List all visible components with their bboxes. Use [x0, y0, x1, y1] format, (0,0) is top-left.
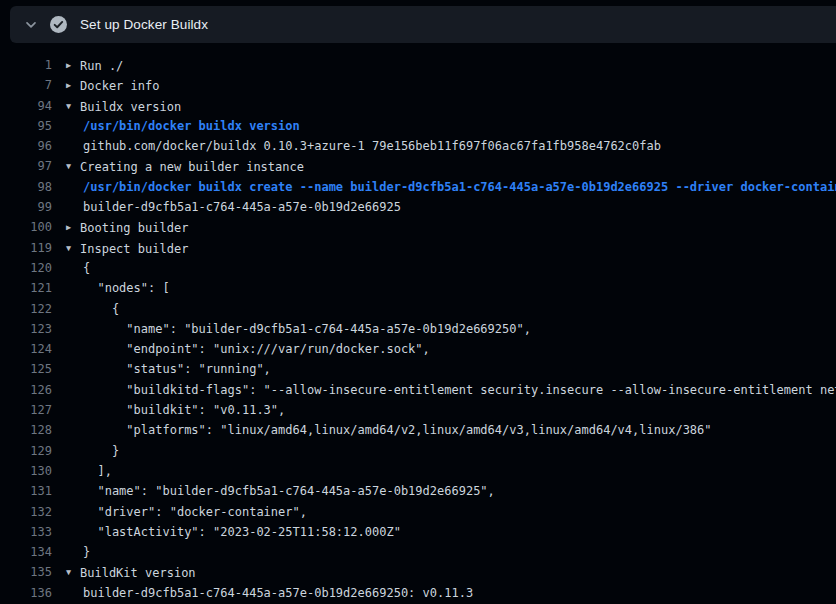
group-collapsed-icon[interactable]: ▶ [66, 217, 80, 237]
log-line-text: } [83, 545, 90, 559]
line-number[interactable]: 127 [0, 400, 52, 420]
line-number[interactable]: 122 [0, 299, 52, 319]
group-expanded-icon[interactable]: ▼ [66, 562, 80, 582]
line-number[interactable]: 126 [0, 380, 52, 400]
log-viewer: 1▶Run ./7▶Docker info94▼Buildx version95… [0, 55, 836, 603]
log-line-text: "driver": "docker-container", [83, 505, 307, 519]
line-number[interactable]: 129 [0, 441, 52, 461]
line-number[interactable]: 94 [0, 96, 52, 116]
log-line: 126 "buildkitd-flags": "--allow-insecure… [0, 380, 836, 400]
log-line-text: "buildkitd-flags": "--allow-insecure-ent… [83, 383, 836, 397]
log-line: 135▼BuildKit version [0, 562, 836, 582]
log-line-text: "status": "running", [83, 362, 271, 376]
line-number[interactable]: 95 [0, 116, 52, 136]
line-number[interactable]: 98 [0, 177, 52, 197]
log-line-text: "nodes": [ [83, 281, 170, 295]
line-number[interactable]: 96 [0, 136, 52, 156]
log-line-text: /usr/bin/docker buildx version [83, 119, 300, 133]
log-text: builder-d9cfb5a1-c764-445a-a57e-0b19d2e6… [52, 583, 473, 603]
log-line-text: github.com/docker/buildx 0.10.3+azure-1 … [83, 139, 661, 153]
log-line: 133 "lastActivity": "2023-02-25T11:58:12… [0, 522, 836, 542]
log-line: 1▶Run ./ [0, 55, 836, 75]
line-number[interactable]: 131 [0, 481, 52, 501]
log-line-text: ], [83, 464, 112, 478]
log-text: { [52, 299, 119, 319]
log-text: "name": "builder-d9cfb5a1-c764-445a-a57e… [52, 481, 495, 501]
log-text: github.com/docker/buildx 0.10.3+azure-1 … [52, 136, 661, 156]
log-group-header[interactable]: ▼BuildKit version [52, 562, 196, 582]
log-line: 125 "status": "running", [0, 359, 836, 379]
line-number[interactable]: 128 [0, 420, 52, 440]
group-collapsed-icon[interactable]: ▶ [66, 55, 80, 75]
log-text: } [52, 441, 119, 461]
line-number[interactable]: 134 [0, 542, 52, 562]
group-collapsed-icon[interactable]: ▶ [66, 75, 80, 95]
log-text: ], [52, 461, 112, 481]
log-text: "status": "running", [52, 359, 271, 379]
log-line-text: Creating a new builder instance [80, 160, 304, 174]
chevron-down-icon[interactable] [24, 18, 38, 32]
log-line: 97▼Creating a new builder instance [0, 156, 836, 176]
log-text: { [52, 258, 90, 278]
log-line: 120{ [0, 258, 836, 278]
log-line-text: BuildKit version [80, 566, 196, 580]
log-text: "name": "builder-d9cfb5a1-c764-445a-a57e… [52, 319, 531, 339]
line-number[interactable]: 136 [0, 583, 52, 603]
log-line-text: { [83, 302, 119, 316]
line-number[interactable]: 100 [0, 217, 52, 237]
log-text: "lastActivity": "2023-02-25T11:58:12.000… [52, 522, 401, 542]
log-group-header[interactable]: ▶Docker info [52, 75, 159, 95]
log-text: "buildkit": "v0.11.3", [52, 400, 285, 420]
line-number[interactable]: 1 [0, 55, 52, 75]
line-number[interactable]: 121 [0, 278, 52, 298]
log-line: 122 { [0, 299, 836, 319]
line-number[interactable]: 97 [0, 156, 52, 176]
line-number[interactable]: 7 [0, 75, 52, 95]
log-line-text: builder-d9cfb5a1-c764-445a-a57e-0b19d2e6… [83, 200, 401, 214]
log-group-header[interactable]: ▶Booting builder [52, 217, 188, 237]
log-text: "driver": "docker-container", [52, 502, 307, 522]
log-line: 131 "name": "builder-d9cfb5a1-c764-445a-… [0, 481, 836, 501]
log-group-header[interactable]: ▼Inspect builder [52, 238, 188, 258]
log-line-text: "buildkit": "v0.11.3", [83, 403, 285, 417]
log-line: 134} [0, 542, 836, 562]
log-line: 123 "name": "builder-d9cfb5a1-c764-445a-… [0, 319, 836, 339]
log-text: "platforms": "linux/amd64,linux/amd64/v2… [52, 420, 712, 440]
log-line-text: /usr/bin/docker buildx create --name bui… [83, 180, 836, 194]
step-header-set-up-docker-buildx[interactable]: Set up Docker Buildx [10, 6, 836, 43]
log-line: 7▶Docker info [0, 75, 836, 95]
line-number[interactable]: 119 [0, 238, 52, 258]
log-line-text: Run ./ [80, 59, 123, 73]
line-number[interactable]: 130 [0, 461, 52, 481]
log-line-text: "platforms": "linux/amd64,linux/amd64/v2… [83, 423, 712, 437]
log-line: 100▶Booting builder [0, 217, 836, 237]
log-group-header[interactable]: ▼Creating a new builder instance [52, 156, 304, 176]
log-text: builder-d9cfb5a1-c764-445a-a57e-0b19d2e6… [52, 197, 401, 217]
log-line: 124 "endpoint": "unix:///var/run/docker.… [0, 339, 836, 359]
log-line: 94▼Buildx version [0, 96, 836, 116]
log-line: 121 "nodes": [ [0, 278, 836, 298]
group-expanded-icon[interactable]: ▼ [66, 238, 80, 258]
line-number[interactable]: 124 [0, 339, 52, 359]
line-number[interactable]: 135 [0, 562, 52, 582]
group-expanded-icon[interactable]: ▼ [66, 156, 80, 176]
line-number[interactable]: 133 [0, 522, 52, 542]
line-number[interactable]: 132 [0, 502, 52, 522]
line-number[interactable]: 125 [0, 359, 52, 379]
log-line-text: "name": "builder-d9cfb5a1-c764-445a-a57e… [83, 322, 531, 336]
log-line-text: Buildx version [80, 99, 181, 113]
log-line: 99builder-d9cfb5a1-c764-445a-a57e-0b19d2… [0, 197, 836, 217]
line-number[interactable]: 99 [0, 197, 52, 217]
log-group-header[interactable]: ▶Run ./ [52, 55, 123, 75]
log-line: 132 "driver": "docker-container", [0, 502, 836, 522]
log-group-header[interactable]: ▼Buildx version [52, 96, 181, 116]
line-number[interactable]: 120 [0, 258, 52, 278]
log-line-text: "name": "builder-d9cfb5a1-c764-445a-a57e… [83, 484, 495, 498]
log-line-text: } [83, 444, 119, 458]
group-expanded-icon[interactable]: ▼ [66, 96, 80, 116]
log-line: 98/usr/bin/docker buildx create --name b… [0, 177, 836, 197]
log-line: 136builder-d9cfb5a1-c764-445a-a57e-0b19d… [0, 583, 836, 603]
line-number[interactable]: 123 [0, 319, 52, 339]
log-line: 127 "buildkit": "v0.11.3", [0, 400, 836, 420]
log-text: /usr/bin/docker buildx version [52, 116, 300, 136]
